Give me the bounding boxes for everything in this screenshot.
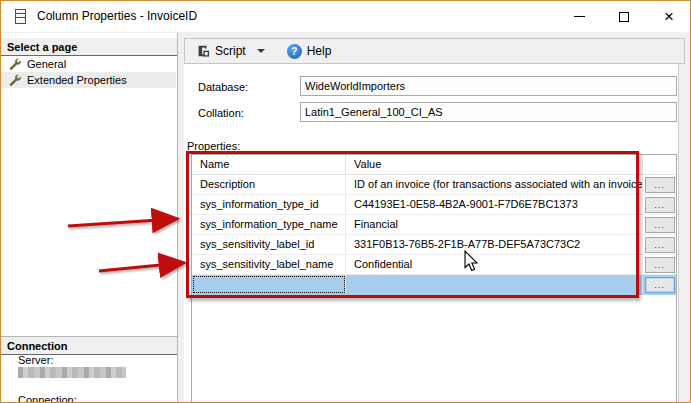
row-editor-cell: ... [643,195,676,214]
property-value-cell[interactable]: ID of an invoice (for transactions assoc… [346,175,643,194]
property-value-cell[interactable]: Financial [346,215,643,234]
property-name-cell[interactable]: Description [192,175,346,194]
property-name-cell[interactable]: sys_sensitivity_label_name [192,255,346,274]
select-a-page-pane: Select a page General Extended Propertie… [1,33,178,402]
wrench-icon [9,58,21,70]
select-a-page-header: Select a page [1,38,177,56]
help-icon: ? [287,44,302,59]
table-row[interactable]: sys_sensitivity_label_nameConfidential..… [192,255,676,275]
sidebar-item-label: Extended Properties [27,74,127,86]
row-editor-cell: ... [643,175,676,194]
properties-grid: Name Value DescriptionID of an invoice (… [191,154,677,402]
toolbar: Script ? Help [184,38,685,64]
row-editor-cell: ... [643,215,676,234]
ellipsis-button[interactable]: ... [645,197,675,213]
table-row[interactable]: ... [192,275,676,295]
close-icon: × [664,8,674,25]
server-name-redacted [18,367,126,378]
close-button[interactable]: × [650,1,688,32]
collation-field: Latin1_General_100_CI_AS [300,102,677,122]
extended-properties-page: Database: WideWorldImporters Collation: … [184,64,679,402]
server-label: Server: [18,354,53,366]
table-row[interactable]: sys_sensitivity_label_id331F0B13-76B5-2F… [192,235,676,255]
property-name-cell[interactable] [192,275,346,294]
collation-label: Collation: [198,107,244,119]
ellipsis-button[interactable]: ... [645,277,675,293]
chevron-down-icon[interactable] [257,49,265,53]
page-list: General Extended Properties [1,56,176,88]
help-button[interactable]: ? Help [283,42,336,61]
sidebar-item-extended-properties[interactable]: Extended Properties [1,72,176,88]
ellipsis-button[interactable]: ... [645,237,675,253]
minimize-icon [574,16,585,17]
database-field: WideWorldImporters [300,76,677,96]
row-editor-cell: ... [643,235,676,254]
database-label: Database: [198,81,248,93]
row-editor-cell: ... [643,255,676,274]
column-properties-dialog: Column Properties - InvoiceID × Select a… [0,0,691,403]
properties-grid-rows: DescriptionID of an invoice (for transac… [192,175,676,295]
properties-label: Properties: [187,140,240,152]
property-value-cell[interactable] [346,275,643,294]
script-button[interactable]: Script [192,42,269,60]
script-icon [196,44,210,58]
column-header-blank [643,155,676,174]
table-icon [15,9,26,24]
ellipsis-button[interactable]: ... [645,257,675,273]
connection-header: Connection [1,336,177,355]
titlebar: Column Properties - InvoiceID × [1,1,690,32]
column-header-name[interactable]: Name [192,155,346,174]
window-title: Column Properties - InvoiceID [37,1,197,32]
table-row[interactable]: sys_information_type_nameFinancial... [192,215,676,235]
help-label: Help [307,44,332,58]
property-value-cell[interactable]: Confidential [346,255,643,274]
property-value-cell[interactable]: C44193E1-0E58-4B2A-9001-F7D6E7BC1373 [346,195,643,214]
table-row[interactable]: sys_information_type_idC44193E1-0E58-4B2… [192,195,676,215]
row-editor-cell: ... [643,275,676,294]
connection-label-partial: Connection: [18,394,77,403]
maximize-icon [619,12,629,22]
sidebar-item-label: General [27,58,66,70]
column-header-value[interactable]: Value [346,155,643,174]
ellipsis-button[interactable]: ... [645,217,675,233]
minimize-button[interactable] [560,1,598,32]
property-name-cell[interactable]: sys_information_type_name [192,215,346,234]
ellipsis-button[interactable]: ... [645,177,675,193]
wrench-icon [9,74,21,86]
maximize-button[interactable] [605,1,643,32]
table-row[interactable]: DescriptionID of an invoice (for transac… [192,175,676,195]
script-label: Script [215,44,246,58]
properties-grid-header: Name Value [192,155,676,175]
property-name-cell[interactable]: sys_sensitivity_label_id [192,235,346,254]
property-name-cell[interactable]: sys_information_type_id [192,195,346,214]
property-value-cell[interactable]: 331F0B13-76B5-2F1B-A77B-DEF5A73C73C2 [346,235,643,254]
sidebar-item-general[interactable]: General [1,56,176,72]
